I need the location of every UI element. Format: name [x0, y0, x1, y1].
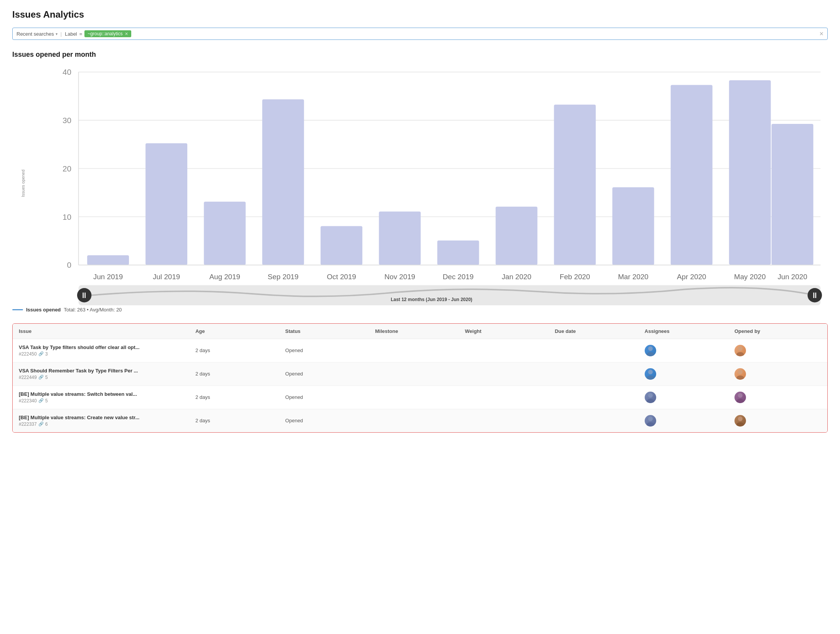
svg-point-48: [647, 375, 654, 380]
recent-searches-label: Recent searches: [17, 31, 54, 37]
svg-text:Mar 2020: Mar 2020: [618, 273, 648, 281]
svg-point-53: [738, 393, 743, 398]
svg-text:Feb 2020: Feb 2020: [559, 273, 590, 281]
avatar: [645, 415, 656, 427]
avatar: [734, 392, 746, 403]
avatar: [734, 345, 746, 356]
issue-id: #222340: [19, 398, 37, 403]
col-weight: Weight: [465, 328, 552, 334]
col-milestone: Milestone: [375, 328, 462, 334]
opened-by-cell: [734, 368, 821, 380]
filter-token: Label = ~group::analytics ×: [65, 30, 131, 37]
svg-rect-21: [379, 211, 421, 265]
filter-key: Label: [65, 31, 77, 37]
avatar: [734, 368, 746, 380]
table-row: VSA Should Remember Task by Type Filters…: [13, 362, 827, 386]
col-status: Status: [285, 328, 372, 334]
opened-by-cell: [734, 392, 821, 403]
filter-value-text: ~group::analytics: [87, 31, 122, 36]
col-opened-by: Opened by: [734, 328, 821, 334]
y-axis-label: Issues opened: [21, 170, 25, 198]
issue-meta: #222450 🔗 3: [19, 351, 192, 357]
remove-filter-button[interactable]: ×: [125, 31, 128, 36]
svg-rect-35: [772, 124, 814, 265]
svg-point-49: [738, 370, 743, 374]
col-issue: Issue: [19, 328, 192, 334]
status-cell: Opened: [285, 394, 372, 400]
svg-rect-23: [437, 240, 479, 265]
filter-op: =: [79, 31, 83, 37]
legend-stats: Total: 263 • Avg/Month: 20: [64, 307, 122, 313]
opened-by-cell: [734, 345, 821, 356]
issue-meta: #222340 🔗 5: [19, 398, 192, 403]
assignees-cell: [645, 415, 731, 427]
link-icon: 🔗: [38, 422, 44, 427]
filter-value-badge: ~group::analytics ×: [84, 30, 131, 37]
svg-rect-27: [554, 105, 596, 265]
avatar: [645, 392, 656, 403]
svg-rect-33: [729, 80, 771, 265]
svg-text:Nov 2019: Nov 2019: [385, 273, 415, 281]
svg-rect-31: [671, 85, 713, 265]
table-row: [BE] Multiple value streams: Create new …: [13, 409, 827, 432]
issue-links: 5: [45, 398, 48, 403]
avatar: [734, 415, 746, 427]
issue-links: 5: [45, 375, 48, 380]
status-cell: Opened: [285, 371, 372, 377]
col-age: Age: [195, 328, 282, 334]
age-cell: 2 days: [195, 394, 282, 400]
svg-point-52: [647, 399, 654, 403]
svg-text:Sep 2019: Sep 2019: [268, 273, 299, 281]
svg-text:Apr 2020: Apr 2020: [677, 273, 706, 281]
issue-cell: [BE] Multiple value streams: Create new …: [19, 415, 192, 427]
avatar: [645, 368, 656, 380]
issue-title[interactable]: VSA Task by Type filters should offer cl…: [19, 344, 192, 350]
legend-line-icon: [12, 309, 23, 310]
age-cell: 2 days: [195, 418, 282, 423]
svg-point-51: [648, 393, 653, 398]
svg-text:Dec 2019: Dec 2019: [443, 273, 474, 281]
svg-text:Jan 2020: Jan 2020: [502, 273, 531, 281]
svg-point-50: [736, 375, 744, 380]
svg-text:Jul 2019: Jul 2019: [153, 273, 180, 281]
chart-outer: Issues opened 40 30 20 10 0 Jun 2019 Jul…: [12, 65, 828, 302]
recent-searches-dropdown[interactable]: Recent searches ▾: [17, 31, 58, 37]
issue-links: 3: [45, 351, 48, 357]
clear-search-button[interactable]: ×: [819, 30, 823, 37]
issue-title[interactable]: [BE] Multiple value streams: Create new …: [19, 415, 192, 420]
chevron-down-icon: ▾: [56, 32, 58, 36]
svg-text:0: 0: [67, 260, 71, 269]
svg-point-44: [647, 352, 654, 356]
issue-meta: #222337 🔗 6: [19, 422, 192, 427]
search-divider: |: [61, 31, 62, 37]
svg-point-47: [648, 370, 653, 374]
svg-rect-15: [204, 202, 246, 265]
svg-point-56: [647, 422, 654, 427]
chart-legend: Issues opened Total: 263 • Avg/Month: 20: [12, 307, 828, 313]
svg-point-43: [648, 346, 653, 351]
chart-section: Issues opened per month Issues opened 40…: [12, 51, 828, 313]
legend-label: Issues opened: [26, 307, 61, 313]
svg-text:⏸: ⏸: [80, 291, 88, 300]
age-cell: 2 days: [195, 371, 282, 377]
svg-text:30: 30: [63, 116, 71, 125]
link-icon: 🔗: [38, 351, 44, 356]
issue-id: #222337: [19, 422, 37, 427]
issue-title[interactable]: VSA Should Remember Task by Type Filters…: [19, 368, 192, 374]
issue-id: #222450: [19, 351, 37, 357]
status-cell: Opened: [285, 347, 372, 353]
svg-rect-13: [145, 143, 187, 265]
issue-title[interactable]: [BE] Multiple value streams: Switch betw…: [19, 391, 192, 397]
table-row: [BE] Multiple value streams: Switch betw…: [13, 386, 827, 409]
issue-id: #222449: [19, 375, 37, 380]
issue-cell: VSA Should Remember Task by Type Filters…: [19, 368, 192, 380]
issues-table: Issue Age Status Milestone Weight Due da…: [12, 323, 828, 433]
svg-rect-17: [262, 99, 304, 265]
search-bar: Recent searches ▾ | Label = ~group::anal…: [12, 28, 828, 40]
issue-cell: VSA Task by Type filters should offer cl…: [19, 344, 192, 357]
issue-cell: [BE] Multiple value streams: Switch betw…: [19, 391, 192, 403]
svg-point-57: [738, 417, 743, 421]
svg-rect-19: [320, 226, 362, 265]
svg-text:Jun 2020: Jun 2020: [777, 273, 807, 281]
svg-point-58: [736, 422, 744, 427]
